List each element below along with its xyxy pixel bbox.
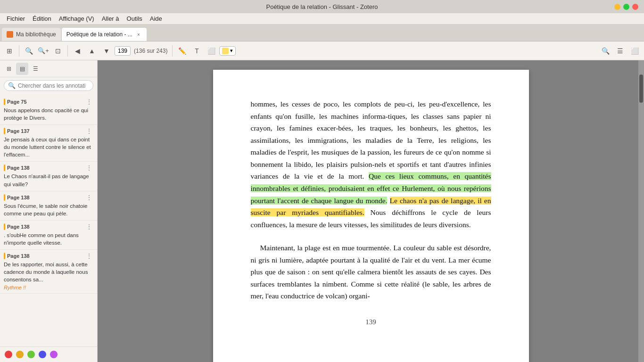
tab-bar: Ma bibliothèque Poétique de la relation …: [0, 25, 644, 41]
zoom-fit-button[interactable]: ⊡: [51, 44, 65, 58]
note-tool-button[interactable]: ⬜: [205, 44, 218, 58]
annotation-page: Page 138: [4, 165, 30, 171]
annotation-color-bar: [4, 165, 5, 171]
annotation-page: Page 138: [4, 223, 30, 230]
search-button[interactable]: 🔍: [599, 44, 612, 58]
annotation-text: De les rapporter, moi aussi, à cette cad…: [4, 261, 92, 283]
search-input[interactable]: [18, 82, 89, 89]
list-item[interactable]: Page 137 ⋮ Je pensais à ceux qui dans ce…: [0, 125, 97, 162]
toolbar-separator-2: [67, 45, 68, 57]
annotation-more-button[interactable]: ⋮: [86, 194, 92, 201]
search-icon: 🔍: [8, 82, 16, 89]
search-box: 🔍: [4, 80, 93, 91]
list-item[interactable]: Page 138 ⋮ Le Chaos n'aurait-il pas de l…: [0, 162, 97, 191]
annotation-header: Page 138 ⋮: [4, 194, 92, 201]
annotation-more-button[interactable]: ⋮: [86, 253, 92, 259]
text-tool-button[interactable]: T: [190, 44, 203, 58]
title-bar: Poétique de la relation - Glissant - Zot…: [0, 0, 644, 13]
annotation-page: Page 137: [4, 128, 30, 134]
up-button[interactable]: ▲: [85, 44, 99, 58]
annotation-header: Page 138 ⋮: [4, 253, 92, 259]
pdf-page: hommes, les cesses de poco, les complots…: [213, 70, 529, 362]
menu-affichage[interactable]: Affichage (V): [55, 14, 98, 23]
annotation-text: Sous l'écume, le sable noir chatoie comm…: [4, 202, 92, 217]
tab-library-label: Ma bibliothèque: [16, 31, 56, 38]
annotation-header: Page 137 ⋮: [4, 128, 92, 134]
annotation-more-button[interactable]: ⋮: [86, 128, 92, 134]
annotation-header: Page 75 ⋮: [4, 99, 92, 105]
scrollbar-thumb[interactable]: [639, 74, 643, 103]
menu-aller[interactable]: Aller à: [98, 14, 123, 23]
color-picker-button[interactable]: ▾: [219, 46, 236, 56]
tab-document[interactable]: Poétique de la relation - ... ×: [62, 28, 147, 41]
page-info: (136 sur 243): [132, 48, 169, 54]
fit-page-button[interactable]: ⊞: [3, 44, 16, 58]
color-dot-red[interactable]: [5, 351, 12, 358]
toolbar-right: 🔍 ☰ ⬜: [599, 44, 641, 58]
zoom-in-button[interactable]: 🔍+: [37, 44, 50, 58]
minimize-button[interactable]: [614, 4, 620, 10]
annotation-color-bar: [4, 194, 5, 201]
menu-edition[interactable]: Édition: [29, 14, 55, 23]
list-item[interactable]: Page 75 ⋮ Nous appelons donc opacité ce …: [0, 96, 97, 125]
annotation-color-bar: [4, 128, 5, 134]
pdf-scrollbar[interactable]: [638, 60, 644, 362]
sidebar-grid-view-button[interactable]: ⊞: [3, 63, 15, 75]
list-item[interactable]: Page 138 ⋮ Sous l'écume, le sable noir c…: [0, 191, 97, 221]
tab-document-label: Poétique de la relation - ...: [66, 31, 132, 38]
zoom-out-button[interactable]: 🔍: [22, 44, 35, 58]
text-nous: Nous: [371, 208, 386, 216]
annotation-color-bar: [4, 99, 5, 105]
color-dots-bar: [0, 346, 97, 362]
annotation-text: . s'oubHe comme on peut dans n'importe q…: [4, 231, 92, 247]
tab-close-button[interactable]: ×: [135, 31, 142, 38]
annotation-more-button[interactable]: ⋮: [86, 165, 92, 171]
toolbar-separator-3: [172, 45, 173, 57]
library-icon: [7, 31, 13, 38]
color-swatch: [222, 48, 229, 54]
page-number-label: 139: [251, 316, 491, 328]
annotation-more-button[interactable]: ⋮: [86, 223, 92, 230]
color-dot-orange[interactable]: [16, 351, 24, 358]
sidebar-toolbar: ⊞ ▤ ☰: [0, 60, 97, 77]
close-button[interactable]: [632, 4, 638, 10]
menu-aide[interactable]: Aide: [146, 14, 166, 23]
sidebar-outline-view-button[interactable]: ☰: [29, 63, 41, 75]
list-item[interactable]: Page 138 ⋮ De les rapporter, moi aussi, …: [0, 250, 97, 294]
color-dot-blue[interactable]: [39, 351, 46, 358]
annotation-more-button[interactable]: ⋮: [86, 99, 92, 105]
window-controls: [614, 4, 638, 10]
list-item[interactable]: Page 138 ⋮ . s'oubHe comme on peut dans …: [0, 221, 97, 250]
sidebar-list-view-button[interactable]: ▤: [16, 63, 28, 75]
pdf-text-top: hommes, les cesses de poco, les complots…: [251, 98, 491, 230]
annotation-page: Page 138: [4, 194, 30, 201]
annotation-color-bar: [4, 223, 5, 230]
menu-bar: Fichier Édition Affichage (V) Aller à Ou…: [0, 13, 644, 25]
color-dot-purple[interactable]: [50, 351, 58, 358]
annotation-header: Page 138 ⋮: [4, 223, 92, 230]
pdf-viewer[interactable]: hommes, les cesses de poco, les complots…: [98, 60, 644, 362]
menu-outils[interactable]: Outils: [123, 14, 146, 23]
layout-button[interactable]: ☰: [613, 44, 627, 58]
tab-library[interactable]: Ma bibliothèque: [2, 28, 61, 41]
sidebar: ⊞ ▤ ☰ 🔍 Page 75 ⋮ Nous appelons donc opa…: [0, 60, 98, 362]
annotate-button[interactable]: ✏️: [175, 44, 189, 58]
toolbar: ⊞ 🔍 🔍+ ⊡ ◀ ▲ ▼ 139 (136 sur 243) ✏️ T ⬜ …: [0, 41, 644, 60]
window-title: Poétique de la relation - Glissant - Zot…: [266, 3, 378, 10]
next-page-button[interactable]: ▼: [100, 44, 113, 58]
color-dot-green[interactable]: [27, 351, 35, 358]
prev-page-button[interactable]: ◀: [71, 44, 84, 58]
color-dropdown-icon: ▾: [230, 48, 233, 54]
annotation-page: Page 138: [4, 253, 30, 259]
annotation-text: Nous appelons donc opacité ce qui protèg…: [4, 107, 92, 122]
maximize-button[interactable]: [623, 4, 629, 10]
pdf-paragraph2: Maintenant, la plage est en mue tourment…: [251, 242, 491, 302]
annotation-color-bar: [4, 253, 5, 259]
page-number-input[interactable]: 139: [115, 46, 131, 56]
annotation-header: Page 138 ⋮: [4, 165, 92, 171]
toolbar-separator-1: [19, 45, 19, 57]
menu-fichier[interactable]: Fichier: [3, 14, 29, 23]
main-area: ⊞ ▤ ☰ 🔍 Page 75 ⋮ Nous appelons donc opa…: [0, 60, 644, 362]
split-button[interactable]: ⬜: [628, 44, 641, 58]
annotation-note: Rythme !!: [4, 285, 92, 290]
